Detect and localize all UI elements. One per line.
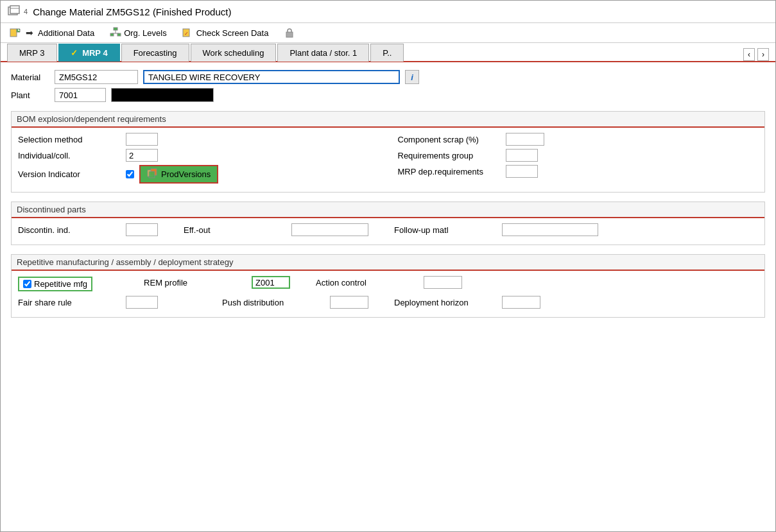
mrp4-icon: ✓: [71, 48, 78, 58]
version-indicator-label: Version Indicator: [18, 169, 121, 179]
fair-share-rule-row: Fair share rule: [18, 296, 158, 309]
component-scrap-row: Component scrap (%): [398, 133, 759, 146]
svg-rect-6: [114, 28, 117, 30]
arrow-right-icon: ➡: [24, 27, 35, 39]
action-control-input[interactable]: [424, 276, 462, 289]
follow-up-matl-input[interactable]: [502, 223, 598, 236]
repetitive-mfg-checkbox[interactable]: [23, 280, 31, 288]
tab-bar: MRP 3 ✓ MRP 4 Forecasting Work schedulin…: [1, 43, 775, 62]
individual-coll-label: Individual/coll.: [18, 151, 121, 160]
tab-mrp4[interactable]: ✓ MRP 4: [58, 44, 120, 62]
mrp-dep-req-label: MRP dep.requirements: [398, 167, 501, 176]
additional-data-icon: [10, 27, 21, 39]
tab-mrp4-label: MRP 4: [82, 48, 108, 58]
mrp-dep-req-row: MRP dep.requirements: [398, 165, 759, 178]
prod-versions-label: ProdVersions: [161, 169, 211, 179]
tab-navigation: ‹ ›: [743, 48, 769, 61]
material-value[interactable]: ZM5GS12: [55, 70, 138, 84]
window-icon: 4: [7, 4, 28, 19]
selection-method-input[interactable]: [126, 133, 158, 146]
rem-profile-row: REM profile: [144, 276, 290, 289]
prod-versions-icon: [147, 168, 157, 180]
org-levels-button[interactable]: Org. Levels: [107, 26, 169, 40]
version-indicator-checkbox-label[interactable]: [126, 170, 134, 178]
fair-share-rule-input[interactable]: [126, 296, 158, 309]
push-distribution-row: Push distribution: [222, 296, 368, 309]
eff-out-row: Eff.-out: [184, 223, 368, 236]
component-scrap-input[interactable]: [506, 133, 544, 146]
deployment-horizon-input[interactable]: [502, 296, 540, 309]
org-levels-icon: [110, 27, 121, 39]
check-screen-label: Check Screen Data: [196, 28, 269, 38]
svg-text:✓: ✓: [184, 31, 189, 37]
deployment-horizon-row: Deployment horizon: [394, 296, 540, 309]
requirements-group-label: Requirements group: [398, 151, 501, 160]
action-control-row: Action control: [316, 276, 462, 289]
push-distribution-input[interactable]: [330, 296, 368, 309]
svg-rect-16: [149, 171, 155, 178]
eff-out-input[interactable]: [291, 223, 368, 236]
requirements-group-input[interactable]: [506, 149, 538, 162]
prod-versions-button[interactable]: ProdVersions: [139, 165, 218, 184]
plant-label: Plant: [11, 90, 49, 100]
tab-mrp3[interactable]: MRP 3: [7, 44, 57, 62]
content-area: Material ZM5GS12 TANGLED WIRE RECOVERY i…: [1, 62, 775, 334]
info-button[interactable]: i: [405, 70, 419, 84]
svg-rect-8: [117, 33, 121, 36]
selection-method-row: Selection method: [18, 133, 379, 146]
eff-out-label: Eff.-out: [184, 225, 286, 235]
material-description[interactable]: TANGLED WIRE RECOVERY: [143, 70, 400, 84]
mrp-dep-req-input[interactable]: [506, 165, 538, 178]
svg-rect-13: [286, 32, 293, 37]
svg-rect-7: [110, 33, 114, 36]
material-label: Material: [11, 73, 49, 82]
additional-data-label: Additional Data: [38, 28, 94, 38]
additional-data-button[interactable]: ➡ Additional Data: [7, 26, 97, 40]
tab-p[interactable]: P..: [370, 44, 404, 62]
repetitive-section: Repetitive manufacturing / assembly / de…: [11, 254, 765, 318]
discontinued-section: Discontinued parts Discontin. ind. Eff.-…: [11, 202, 765, 245]
version-indicator-checkbox[interactable]: [126, 170, 134, 178]
org-levels-label: Org. Levels: [124, 28, 166, 38]
svg-rect-1: [10, 6, 19, 13]
deployment-horizon-label: Deployment horizon: [394, 298, 497, 307]
tab-next-button[interactable]: ›: [757, 48, 769, 61]
plant-redacted: [111, 88, 214, 102]
version-indicator-row: Version Indicator: [18, 165, 379, 184]
discontin-ind-label: Discontin. ind.: [18, 225, 121, 235]
individual-coll-input[interactable]: [126, 149, 158, 162]
rem-profile-input[interactable]: [252, 276, 290, 289]
discontinued-section-title: Discontinued parts: [12, 202, 764, 218]
window-title: Change Material ZM5GS12 (Finished Produc…: [33, 6, 231, 17]
lock-icon: [284, 27, 295, 39]
tab-plant-data[interactable]: Plant data / stor. 1: [277, 44, 369, 62]
component-scrap-label: Component scrap (%): [398, 135, 501, 144]
follow-up-matl-label: Follow-up matl: [394, 225, 497, 235]
check-screen-icon: ✓: [182, 27, 194, 39]
individual-coll-row: Individual/coll.: [18, 149, 379, 162]
plant-value[interactable]: 7001: [55, 88, 106, 102]
discontin-ind-input[interactable]: [126, 223, 158, 236]
fair-share-rule-label: Fair share rule: [18, 298, 121, 307]
follow-up-matl-row: Follow-up matl: [394, 223, 598, 236]
bom-section: BOM explosion/dependent requirements Sel…: [11, 111, 765, 193]
bom-section-title: BOM explosion/dependent requirements: [12, 112, 764, 128]
rem-profile-label: REM profile: [144, 278, 246, 287]
repetitive-mfg-box: Repetitive mfg: [18, 277, 92, 291]
requirements-group-row: Requirements group: [398, 149, 759, 162]
svg-rect-3: [10, 29, 17, 37]
tab-work-scheduling[interactable]: Work scheduling: [191, 44, 277, 62]
discontin-ind-row: Discontin. ind.: [18, 223, 158, 236]
lock-button[interactable]: [281, 26, 298, 40]
repetitive-section-title: Repetitive manufacturing / assembly / de…: [12, 255, 764, 271]
push-distribution-label: Push distribution: [222, 298, 325, 307]
repetitive-mfg-label: Repetitive mfg: [34, 279, 87, 289]
tab-forecasting[interactable]: Forecasting: [121, 44, 189, 62]
action-control-label: Action control: [316, 278, 418, 287]
toolbar: ➡ Additional Data Org. Levels ✓: [1, 23, 775, 43]
tab-prev-button[interactable]: ‹: [743, 48, 755, 61]
check-screen-data-button[interactable]: ✓ Check Screen Data: [180, 26, 272, 40]
selection-method-label: Selection method: [18, 135, 121, 144]
material-header: Material ZM5GS12 TANGLED WIRE RECOVERY i…: [11, 70, 765, 102]
